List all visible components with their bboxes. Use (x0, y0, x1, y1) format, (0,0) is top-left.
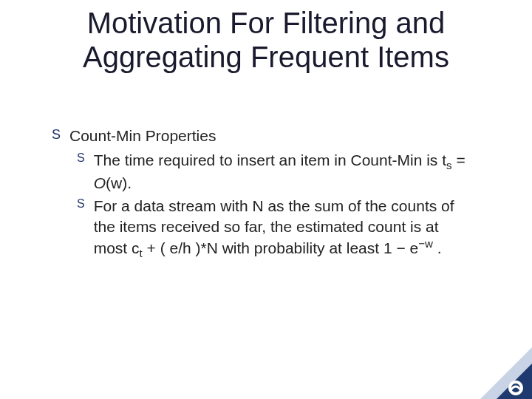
bullet-level2-group: S The time required to insert an item in… (52, 150, 473, 261)
bullet-icon: S (77, 196, 85, 212)
slide-title: Motivation For Filtering and Aggregating… (30, 6, 502, 74)
bullet-level2-item: S For a data stream with N as the sum of… (77, 196, 473, 260)
slide: Motivation For Filtering and Aggregating… (0, 0, 532, 399)
text-part: The time required to insert an item in C… (94, 151, 446, 168)
bullet-level2-text: For a data stream with N as the sum of t… (94, 196, 473, 260)
text-part: . (433, 239, 442, 256)
bullet-level2-item: S The time required to insert an item in… (77, 150, 473, 193)
subscript: s (446, 159, 452, 171)
corner-decoration (480, 347, 532, 399)
slide-body: S Count-Min Properties S The time requir… (30, 126, 502, 261)
text-part: + ( e/h )*N with probability at least 1 … (143, 239, 419, 256)
bullet-icon: S (77, 150, 85, 166)
bullet-level2-text: The time required to insert an item in C… (94, 150, 473, 193)
text-part: = (452, 151, 466, 168)
text-part: (w). (106, 174, 132, 191)
bullet-icon: S (52, 126, 61, 143)
superscript: −w (418, 237, 433, 250)
bullet-level1: S Count-Min Properties (52, 126, 473, 146)
bullet-level1-text: Count-Min Properties (69, 126, 216, 146)
italic-text: O (94, 174, 106, 191)
